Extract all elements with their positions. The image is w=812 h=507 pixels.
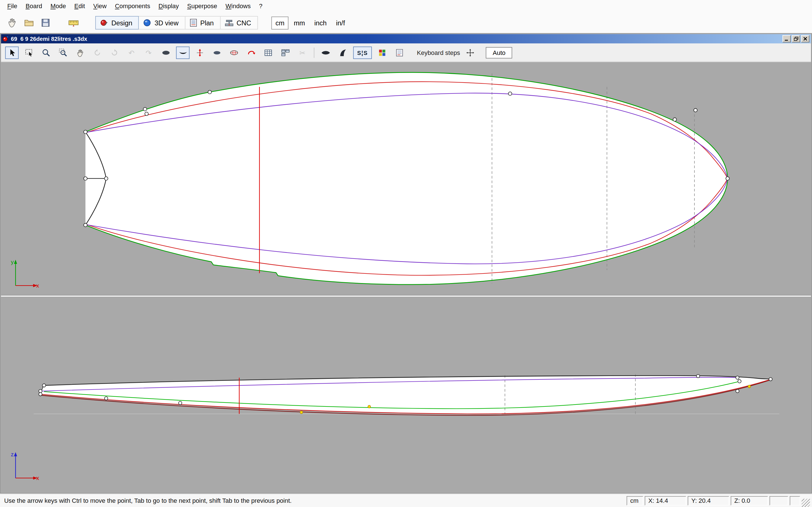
- grid-icon: [264, 48, 272, 57]
- control-point[interactable]: [104, 177, 108, 180]
- open-file-button[interactable]: [20, 14, 37, 31]
- control-point[interactable]: [145, 112, 148, 115]
- save-file-button[interactable]: [37, 14, 54, 31]
- restore-icon: [794, 37, 799, 41]
- control-point[interactable]: [42, 384, 46, 387]
- control-point[interactable]: [143, 107, 147, 111]
- resize-grip[interactable]: [802, 499, 810, 507]
- keyboard-steps-mode-button[interactable]: [464, 46, 477, 59]
- zoom-tool-button[interactable]: [40, 46, 53, 59]
- panes-icon: [281, 48, 290, 57]
- control-point[interactable]: [300, 411, 303, 414]
- control-point[interactable]: [748, 385, 751, 388]
- control-point[interactable]: [179, 401, 182, 405]
- menu-components[interactable]: Components: [111, 1, 154, 12]
- crescent-curve-icon: [179, 48, 187, 57]
- flip-board-button[interactable]: [245, 46, 258, 59]
- status-z-coordinate: Z: 0.0: [731, 496, 768, 505]
- board-properties-button[interactable]: [393, 46, 406, 59]
- window-titlebar[interactable]: 69 6 9 26demi 82litres .s3dx: [1, 34, 811, 43]
- restore-button[interactable]: [792, 35, 800, 43]
- profile-axis-indicator: z x: [11, 451, 39, 481]
- plan-view-canvas[interactable]: y x: [1, 62, 811, 295]
- menu-board[interactable]: Board: [21, 1, 46, 12]
- menu-view[interactable]: View: [89, 1, 111, 12]
- pan-tool-button[interactable]: [73, 46, 87, 59]
- control-point[interactable]: [39, 390, 42, 393]
- pan-hand-icon: [76, 48, 84, 57]
- design-icon: [100, 18, 108, 27]
- control-point[interactable]: [84, 223, 87, 227]
- threed-view-label: 3D view: [154, 19, 179, 27]
- menu-edit[interactable]: Edit: [70, 1, 89, 12]
- hand-icon: [7, 17, 18, 28]
- slice-ellipse-icon: [213, 48, 221, 57]
- status-empty-box-1: [769, 496, 788, 505]
- design-view-button[interactable]: Design: [95, 16, 139, 30]
- auto-button[interactable]: Auto: [486, 47, 512, 58]
- menu-superpose[interactable]: Superpose: [183, 1, 221, 12]
- symmetry-toggle-button[interactable]: S¦S: [353, 46, 372, 59]
- control-point[interactable]: [368, 405, 371, 408]
- thickness-view-button[interactable]: [193, 46, 207, 59]
- outline-view-button[interactable]: [176, 46, 190, 59]
- grid-table-button[interactable]: [262, 46, 275, 59]
- control-point[interactable]: [726, 177, 729, 180]
- control-point[interactable]: [673, 118, 676, 121]
- unit-inch-button[interactable]: inch: [310, 16, 331, 29]
- control-point[interactable]: [39, 393, 42, 396]
- menu-help[interactable]: ?: [255, 1, 267, 12]
- control-point[interactable]: [696, 374, 700, 378]
- design-view-label: Design: [111, 19, 132, 27]
- fin-icon: [339, 48, 347, 57]
- plan-view-label: Plan: [200, 19, 214, 27]
- threed-view-button[interactable]: 3D view: [139, 17, 185, 29]
- cnc-machine-icon: [225, 18, 234, 27]
- fin-button[interactable]: [336, 46, 350, 59]
- minimize-button[interactable]: [782, 35, 791, 43]
- menu-display[interactable]: Display: [154, 1, 183, 12]
- control-point[interactable]: [105, 397, 108, 400]
- control-point[interactable]: [208, 91, 211, 94]
- cnc-view-button[interactable]: CNC: [220, 17, 257, 29]
- menu-windows[interactable]: Windows: [221, 1, 255, 12]
- menu-mode[interactable]: Mode: [46, 1, 70, 12]
- control-point[interactable]: [738, 380, 741, 383]
- zoom-window-tool-button[interactable]: [56, 46, 70, 59]
- control-point[interactable]: [694, 108, 697, 112]
- select-tool-button[interactable]: [5, 46, 18, 59]
- axis-x-label: x: [36, 283, 39, 289]
- control-point[interactable]: [84, 130, 87, 133]
- color-settings-button[interactable]: [375, 46, 389, 59]
- unit-cm-button[interactable]: cm: [271, 16, 289, 29]
- deck-view-button[interactable]: [159, 46, 172, 59]
- view-switcher: Design 3D view Plan CNC: [95, 16, 258, 30]
- profile-view-canvas[interactable]: z x: [1, 297, 811, 492]
- redo-button: ↷: [142, 46, 155, 59]
- plan-view-button[interactable]: Plan: [185, 17, 220, 29]
- close-button[interactable]: [801, 35, 809, 43]
- multi-pane-button[interactable]: [278, 46, 292, 59]
- board-outline-button[interactable]: [319, 46, 333, 59]
- magnifier-rect-icon: [59, 48, 67, 57]
- control-point[interactable]: [508, 92, 512, 95]
- cut-tool-button: ✂: [296, 46, 309, 59]
- menu-file[interactable]: File: [3, 1, 21, 12]
- measurements-button[interactable]: [65, 14, 82, 31]
- toolbar-separator: [314, 47, 314, 58]
- select-area-tool-button[interactable]: [22, 46, 36, 59]
- control-point[interactable]: [84, 177, 87, 180]
- cursor-arrow-icon: [8, 48, 16, 57]
- control-point[interactable]: [736, 390, 739, 393]
- wireframe-view-button[interactable]: [227, 46, 241, 59]
- slice-view-button[interactable]: [210, 46, 224, 59]
- menu-bar: File Board Mode Edit View Components Dis…: [0, 0, 812, 12]
- canvas-splitter[interactable]: [1, 295, 811, 297]
- control-point[interactable]: [769, 378, 772, 381]
- plan-sheet-icon: [190, 18, 197, 27]
- hand-tool-button[interactable]: [4, 14, 21, 31]
- unit-inf-button[interactable]: in/f: [332, 16, 349, 29]
- unit-mm-button[interactable]: mm: [290, 16, 309, 29]
- control-point[interactable]: [736, 376, 739, 379]
- undo-icon: ↶: [129, 49, 135, 56]
